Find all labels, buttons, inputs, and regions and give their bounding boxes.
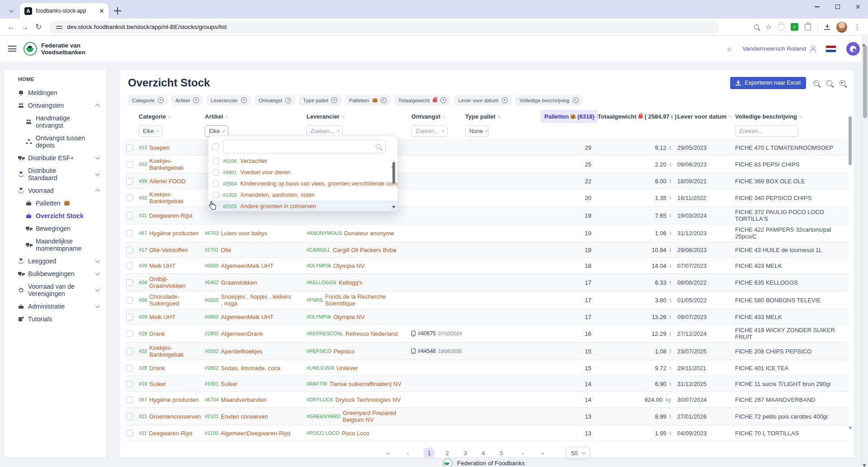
zoom-in-icon[interactable]: +: [840, 80, 845, 86]
table-scrollbar[interactable]: [848, 110, 852, 429]
sidebar-item[interactable]: Distributie Standaard: [5, 164, 106, 184]
bookmark-star-icon[interactable]: ☆: [765, 24, 772, 31]
dropdown-search-input[interactable]: [223, 140, 386, 153]
row-checkbox[interactable]: [126, 144, 133, 151]
first-page-button[interactable]: «: [383, 450, 392, 457]
table-row[interactable]: #02Koekjes-Banketgebak #0202Aperitiefkoe…: [125, 343, 848, 360]
browser-scrollbar[interactable]: [862, 36, 868, 467]
zoom-out-icon[interactable]: −: [813, 80, 819, 86]
dropdown-scrollbar[interactable]: [392, 157, 396, 209]
option-checkbox[interactable]: [213, 181, 219, 187]
table-row[interactable]: #09Melk UHT #0900AlgemeenMelk UHT #OLYMP…: [125, 309, 848, 325]
extension-icon[interactable]: [778, 24, 784, 30]
row-checkbox[interactable]: [126, 230, 133, 237]
sidebar-item[interactable]: Palletten: [5, 197, 106, 210]
beschrijving-filter-input[interactable]: [735, 125, 798, 137]
chip-remove-icon[interactable]: ×: [158, 97, 164, 103]
row-checkbox[interactable]: [126, 314, 133, 320]
row-checkbox[interactable]: [126, 262, 133, 269]
forward-button[interactable]: →: [18, 20, 32, 34]
downloads-icon[interactable]: [824, 24, 830, 30]
scroll-up-icon[interactable]: [862, 36, 866, 46]
extensions-puzzle-icon[interactable]: [805, 24, 811, 30]
sidebar-item[interactable]: Leeggoed: [5, 255, 106, 267]
back-button[interactable]: ←: [5, 20, 18, 34]
table-row[interactable]: #67Hygiëne producten #6704Maandverbanden…: [125, 392, 848, 408]
dropdown-option[interactable]: #9901 Voedsel voor dieren: [208, 167, 397, 178]
tab-search-button[interactable]: [5, 4, 17, 16]
table-row[interactable]: #17Olie-Vetstoffen #1701Olie #CARGILLCar…: [125, 242, 848, 258]
row-checkbox[interactable]: [126, 178, 133, 185]
sidebar-item[interactable]: Overzicht Stock: [5, 210, 106, 222]
row-checkbox[interactable]: [126, 330, 133, 337]
filter-chip[interactable]: Artikel ×: [171, 95, 203, 105]
sidebar-item[interactable]: Bulkbewegingen: [5, 267, 106, 280]
last-page-button[interactable]: »: [538, 450, 547, 457]
browser-menu-kebab-icon[interactable]: ⋮: [854, 24, 861, 31]
search-icon[interactable]: [826, 80, 832, 86]
browser-tab[interactable]: A foodbanks-stock-app: [20, 3, 108, 19]
row-checkbox[interactable]: [126, 195, 133, 201]
table-row[interactable]: #21Groentenconserven #2101Erwten conserv…: [125, 408, 848, 425]
page-number-button[interactable]: 5: [495, 447, 507, 459]
row-checkbox[interactable]: [126, 247, 133, 253]
table-row[interactable]: #19Suiker #1901Suiker #RAFTIRTiense suik…: [125, 376, 848, 392]
scroll-down-icon[interactable]: [863, 464, 866, 467]
row-checkbox[interactable]: [126, 430, 133, 437]
sidebar-item[interactable]: Administratie: [5, 300, 106, 313]
user-menu[interactable]: Vandermeersch Roland: [742, 45, 816, 52]
sidebar-item[interactable]: Bewegingen: [5, 222, 106, 235]
column-header-categorie[interactable]: Categorie↑↓: [139, 113, 205, 120]
hamburger-menu-icon[interactable]: [8, 46, 16, 52]
table-row[interactable]: #28Drank #2802Sodas, limonade, coca #UNI…: [125, 360, 848, 376]
scrollbar-thumb[interactable]: [849, 116, 852, 165]
categorie-filter-select[interactable]: Elke: [139, 125, 162, 137]
table-row[interactable]: #11Deegwaren-Rijst #1100AlgemeenDeegware…: [125, 425, 848, 441]
sidebar-item[interactable]: Ontvangsten: [5, 99, 106, 112]
dropdown-option[interactable]: #1203 Amandelen, aardnoten, noten: [208, 189, 397, 200]
page-number-button[interactable]: 4: [477, 447, 489, 459]
table-row[interactable]: #06Chocolade-Suikergoed #0605Snoepjes , …: [125, 291, 848, 309]
next-page-button[interactable]: ›: [518, 450, 527, 457]
page-number-button[interactable]: 3: [459, 447, 471, 459]
sidebar-item[interactable]: Maandelijkse momentopname: [5, 235, 106, 255]
column-header-leverancier[interactable]: Leverancier↑↓: [307, 113, 411, 120]
ontvangst-filter-select[interactable]: Zoeken...: [411, 125, 448, 137]
filter-chip[interactable]: Type pallet ×: [299, 95, 341, 105]
sidebar-item[interactable]: Distributie ESF+: [5, 152, 106, 164]
table-row[interactable]: #04Ontbijt-Graanvlokken #0402Graanvlokke…: [125, 274, 848, 291]
chip-remove-icon[interactable]: ×: [440, 97, 446, 103]
chip-remove-icon[interactable]: ×: [331, 97, 337, 103]
column-header-type-pallet[interactable]: Type pallet↑↓: [465, 113, 541, 120]
filter-chip[interactable]: Palletten ×: [345, 95, 391, 105]
table-row[interactable]: #67Hygiëne producten #6703Luiers voor ba…: [125, 224, 848, 242]
tab-close-icon[interactable]: [99, 9, 104, 13]
row-checkbox[interactable]: [126, 365, 133, 372]
filter-chip[interactable]: Totaalgewicht ×: [394, 95, 451, 105]
page-number-button[interactable]: 2: [441, 447, 453, 459]
minimize-button[interactable]: [807, 0, 827, 14]
profile-avatar[interactable]: [846, 42, 860, 56]
scrollbar-thumb[interactable]: [392, 162, 395, 184]
option-checkbox[interactable]: [213, 158, 219, 164]
export-excel-button[interactable]: Exporteren naar Excel: [730, 77, 806, 89]
page-number-button[interactable]: 1: [423, 447, 435, 459]
row-checkbox[interactable]: [126, 396, 133, 403]
row-checkbox[interactable]: [126, 212, 133, 219]
site-settings-icon[interactable]: [56, 24, 62, 30]
maximize-button[interactable]: [827, 0, 848, 14]
dropdown-option[interactable]: #2103 Andere groenten in conserven: [208, 200, 397, 211]
row-checkbox[interactable]: [126, 348, 133, 355]
chip-remove-icon[interactable]: ×: [285, 97, 291, 103]
language-flag-nl[interactable]: [826, 45, 836, 52]
column-header-lever-voor-datum[interactable]: Lever voor datum↑↓: [677, 113, 735, 120]
dropdown-option[interactable]: #2504 Kindervoeding op basis van vlees, …: [208, 178, 397, 189]
row-checkbox[interactable]: [126, 279, 133, 286]
browser-profile-avatar[interactable]: [836, 22, 847, 33]
filter-chip[interactable]: Leverancier ×: [207, 95, 251, 105]
zoom-icon[interactable]: [754, 24, 759, 29]
filter-chip[interactable]: Ontvangst ×: [255, 95, 295, 105]
type-pallet-filter-select[interactable]: None: [465, 125, 489, 137]
chip-remove-icon[interactable]: ×: [193, 97, 199, 103]
chip-remove-icon[interactable]: ×: [573, 97, 579, 103]
